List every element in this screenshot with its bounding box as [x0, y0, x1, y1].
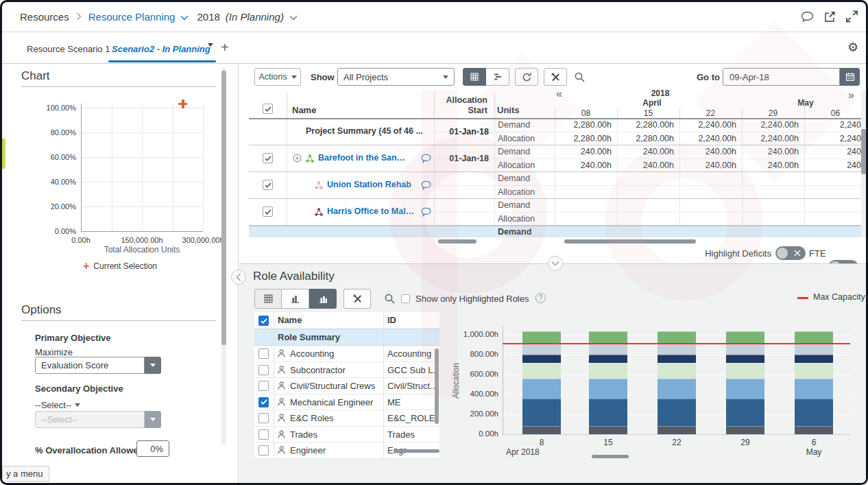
breadcrumb-current[interactable]: 2018 [197, 11, 219, 23]
grid-hscrollbar-left-thumb[interactable] [438, 239, 477, 244]
role-tools-wrench-button[interactable] [343, 289, 371, 309]
grid-day-label[interactable]: 08 [555, 108, 617, 118]
stacked-bar-segment [795, 331, 833, 343]
expand-project-icon[interactable] [293, 154, 302, 163]
divider [21, 86, 216, 87]
show-highlighted-roles-label: Show only Highlighted Roles [415, 294, 529, 304]
side-accent-tab[interactable] [2, 139, 5, 169]
role-row-checkbox[interactable] [258, 381, 269, 391]
breadcrumb-resources[interactable]: Resources [20, 11, 69, 23]
role-row[interactable]: AccountingAccounting [254, 346, 439, 362]
expand-icon[interactable] [845, 10, 858, 25]
grid-day-label[interactable]: 22 [679, 108, 742, 118]
scroll-dates-right-icon[interactable]: » [848, 89, 854, 102]
add-tab-button[interactable]: + [221, 40, 229, 56]
grid-day-label[interactable]: 15 [617, 108, 679, 118]
tools-wrench-button[interactable] [544, 68, 567, 86]
project-row[interactable]: Project Summary (45 of 46 ...01-Jan-18De… [249, 119, 866, 145]
tab-scenario2-active[interactable]: Scenario2 - In Planning [112, 44, 210, 54]
toggle-off-x-icon [794, 250, 801, 257]
role-summary-row[interactable]: Role Summary [254, 329, 439, 346]
role-grid-view-button[interactable] [254, 289, 282, 309]
role-row-checkbox[interactable] [258, 348, 269, 359]
grid-vscrollbar-thumb[interactable] [861, 129, 866, 174]
collapse-panel-down-button[interactable] [548, 256, 563, 271]
project-comment-icon[interactable] [421, 154, 431, 163]
grid-header-separator [494, 93, 495, 119]
search-icon[interactable] [574, 71, 586, 86]
goto-date-input[interactable] [723, 68, 840, 86]
current-selection-marker[interactable] [178, 99, 187, 108]
refresh-button[interactable] [515, 68, 538, 86]
highlight-deficits-toggle[interactable] [775, 246, 806, 260]
role-search-icon[interactable] [384, 293, 396, 307]
plus-marker-icon: + [83, 262, 89, 270]
chevron-down-icon [443, 75, 448, 79]
share-icon[interactable] [823, 10, 836, 25]
project-row[interactable]: Union Station RehabDemandAllocation [249, 172, 866, 199]
project-name-link[interactable]: Union Station Rehab [327, 180, 411, 189]
units-label-cell: Demand [498, 172, 530, 186]
primary-objective-dropdown-button[interactable] [145, 357, 161, 374]
role-row-checkbox[interactable] [258, 365, 269, 375]
collapse-left-panel-button[interactable] [231, 270, 246, 285]
chevron-down-icon[interactable] [180, 11, 189, 23]
left-panel-scrollbar-thumb[interactable] [221, 71, 226, 345]
gantt-view-button[interactable] [486, 68, 509, 86]
allocation-value-cell: 2,280.00h [617, 132, 679, 146]
actions-button[interactable]: Actions [254, 68, 301, 86]
secondary-objective-value: --Select-- [41, 414, 77, 425]
grid-hscrollbar-dates-thumb[interactable] [564, 239, 696, 244]
project-name-link[interactable]: Harris Office to Mall Sky... [327, 206, 416, 216]
grid-day-label[interactable]: 06 [804, 108, 866, 118]
role-row-checkbox[interactable] [258, 413, 269, 423]
project-row-checkbox[interactable] [263, 206, 273, 217]
project-row[interactable]: Harris Office to Mall Sky...DemandAlloca… [249, 199, 866, 226]
project-comment-icon[interactable] [421, 207, 431, 217]
project-name-link[interactable]: Barefoot in the Sand Co... [318, 153, 407, 163]
project-row-checkbox[interactable] [263, 153, 273, 163]
role-stacked-view-button[interactable] [309, 289, 337, 309]
project-row[interactable]: Barefoot in the Sand Co...01-Jan-18Deman… [249, 145, 866, 172]
project-type-icon [314, 180, 324, 190]
overallocation-input[interactable] [136, 440, 169, 457]
scroll-dates-left-icon[interactable]: « [556, 88, 562, 100]
role-row[interactable]: TradesTrades [254, 427, 439, 443]
projects-filter-select[interactable]: All Projects [337, 68, 455, 86]
grid-day-label[interactable]: 29 [742, 108, 804, 118]
project-row-checkbox[interactable] [263, 180, 273, 190]
role-row[interactable]: Civil/Structural CrewsCivil/Struct... [254, 378, 439, 394]
role-row[interactable]: E&C RolesE&C_ROLES [254, 410, 439, 427]
comment-icon[interactable] [801, 11, 814, 25]
role-histogram-view-button[interactable] [282, 289, 309, 309]
scatter-xtick-label: 0.00h [51, 236, 111, 244]
help-icon[interactable]: ? [535, 293, 546, 303]
chart-xtick-label: 15 [577, 438, 639, 447]
secondary-objective-dropdown-button[interactable] [145, 411, 161, 428]
role-row-checkbox[interactable] [258, 429, 269, 440]
show-highlighted-roles-checkbox[interactable] [401, 294, 410, 303]
role-row[interactable]: SubcontractorGCC Sub L... [254, 362, 439, 379]
calendar-button[interactable] [840, 68, 860, 86]
scatter-x-axis [81, 231, 203, 232]
breadcrumb-resource-planning[interactable]: Resource Planning [88, 11, 176, 23]
partial-units-label: Demand [498, 226, 531, 237]
role-table-vscrollbar-thumb[interactable] [435, 348, 439, 424]
tab-menu-caret-icon[interactable] [208, 43, 213, 47]
role-table-hscrollbar-thumb[interactable] [394, 449, 439, 453]
grid-select-all-checkbox[interactable] [263, 104, 273, 114]
role-row[interactable]: Mechanical EngineerME [254, 394, 439, 411]
role-chart-hscrollbar-thumb[interactable] [592, 455, 629, 458]
role-name-cell: Subcontractor [290, 365, 346, 375]
chevron-down-icon[interactable] [289, 11, 298, 23]
secondary-objective-select-disabled[interactable]: --Select-- [35, 411, 145, 428]
tab-resource-scenario-1[interactable]: Resource Scenario 1 [27, 44, 110, 54]
role-row-checkbox[interactable] [258, 445, 269, 456]
secondary-select-link[interactable]: --Select-- [35, 400, 80, 410]
role-row-checkbox[interactable] [258, 397, 269, 407]
settings-gear-icon[interactable]: ⚙ [847, 40, 858, 54]
grid-view-button[interactable] [463, 68, 486, 86]
project-comment-icon[interactable] [421, 180, 431, 190]
role-select-all-checkbox[interactable] [258, 316, 269, 326]
primary-objective-select[interactable]: Evaluation Score [35, 357, 145, 374]
